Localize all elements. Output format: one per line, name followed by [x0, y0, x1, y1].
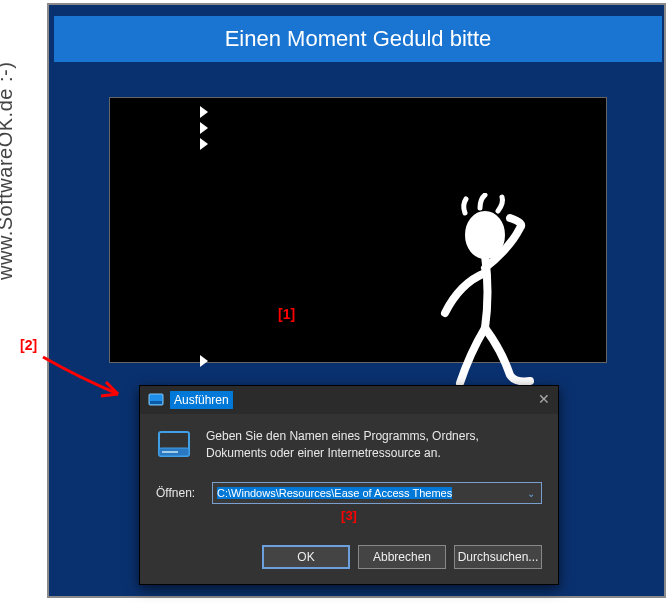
dialog-title: Ausführen: [170, 391, 233, 409]
main-frame: Einen Moment Geduld bitte [1]: [47, 3, 666, 598]
play-triangle-icon: [200, 122, 208, 134]
play-triangle-icon: [200, 106, 208, 118]
triangle-column: [200, 106, 212, 371]
play-triangle-icon: [200, 355, 208, 367]
open-field-value[interactable]: C:\Windows\Resources\Ease of Access Them…: [217, 487, 523, 499]
marker-3: [3]: [156, 508, 542, 523]
ok-button[interactable]: OK: [262, 545, 350, 569]
browse-button[interactable]: Durchsuchen...: [454, 545, 542, 569]
open-combobox[interactable]: C:\Windows\Resources\Ease of Access Them…: [212, 482, 542, 504]
play-triangle-icon: [200, 138, 208, 150]
arrow-icon: [38, 352, 138, 412]
marker-2: [2]: [20, 337, 37, 353]
instruction-text: Geben Sie den Namen eines Programms, Ord…: [206, 428, 542, 462]
svg-rect-2: [150, 401, 162, 404]
chevron-down-icon[interactable]: ⌄: [523, 488, 539, 499]
title-bar[interactable]: Ausführen ✕: [140, 386, 558, 414]
open-label: Öffnen:: [156, 486, 202, 500]
banner: Einen Moment Geduld bitte: [54, 16, 662, 62]
svg-point-0: [469, 215, 501, 255]
marker-1: [1]: [278, 306, 295, 322]
run-dialog: Ausführen ✕ Geben Sie den Namen eines Pr…: [139, 385, 559, 585]
watermark-text: www.SoftwareOK.de :-): [0, 62, 17, 280]
black-area: [1]: [109, 97, 607, 363]
stick-figure-icon: [390, 193, 590, 393]
close-icon[interactable]: ✕: [538, 391, 550, 407]
run-icon: [148, 392, 164, 408]
cancel-button[interactable]: Abbrechen: [358, 545, 446, 569]
run-program-icon: [156, 428, 192, 464]
banner-title: Einen Moment Geduld bitte: [225, 26, 492, 52]
svg-rect-5: [162, 451, 178, 453]
